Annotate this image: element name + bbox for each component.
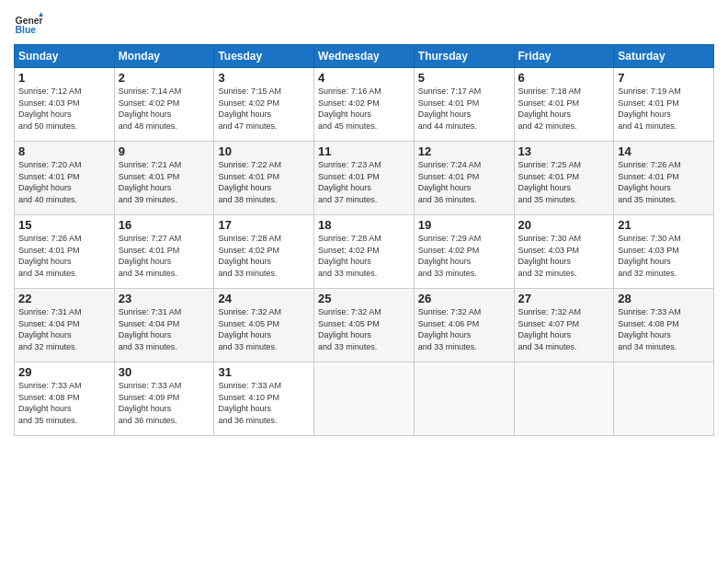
day-number: 6 (518, 71, 610, 85)
day-info: Sunrise: 7:25 AMSunset: 4:01 PMDaylight … (518, 160, 582, 204)
calendar-day-27: 27Sunrise: 7:32 AMSunset: 4:07 PMDayligh… (514, 289, 614, 362)
day-info: Sunrise: 7:30 AMSunset: 4:03 PMDaylight … (618, 234, 681, 278)
calendar-week-row: 22Sunrise: 7:31 AMSunset: 4:04 PMDayligh… (15, 289, 714, 362)
day-info: Sunrise: 7:31 AMSunset: 4:04 PMDaylight … (18, 307, 82, 351)
calendar-day-10: 10Sunrise: 7:22 AMSunset: 4:01 PMDayligh… (214, 142, 314, 215)
calendar-empty-cell (314, 362, 415, 436)
day-info: Sunrise: 7:14 AMSunset: 4:02 PMDaylight … (119, 86, 182, 131)
day-number: 4 (318, 71, 410, 85)
weekday-row: SundayMondayTuesdayWednesdayThursdayFrid… (15, 45, 714, 68)
day-info: Sunrise: 7:32 AMSunset: 4:05 PMDaylight … (318, 307, 381, 351)
day-number: 12 (418, 144, 510, 158)
calendar-day-15: 15Sunrise: 7:26 AMSunset: 4:01 PMDayligh… (15, 215, 115, 289)
svg-text:General: General (16, 16, 43, 26)
calendar-day-24: 24Sunrise: 7:32 AMSunset: 4:05 PMDayligh… (214, 289, 314, 362)
day-number: 29 (18, 365, 110, 379)
day-number: 11 (318, 144, 410, 158)
calendar-day-31: 31Sunrise: 7:33 AMSunset: 4:10 PMDayligh… (214, 362, 314, 436)
calendar-day-7: 7Sunrise: 7:19 AMSunset: 4:01 PMDaylight… (614, 68, 714, 142)
day-info: Sunrise: 7:31 AMSunset: 4:04 PMDaylight … (119, 307, 182, 351)
day-number: 27 (518, 292, 610, 305)
calendar-day-6: 6Sunrise: 7:18 AMSunset: 4:01 PMDaylight… (514, 68, 614, 142)
day-number: 26 (418, 292, 510, 305)
day-info: Sunrise: 7:18 AMSunset: 4:01 PMDaylight … (518, 86, 582, 131)
day-number: 10 (218, 144, 310, 158)
day-info: Sunrise: 7:26 AMSunset: 4:01 PMDaylight … (18, 234, 82, 278)
day-number: 13 (518, 144, 610, 158)
day-number: 25 (318, 292, 410, 305)
calendar-empty-cell (514, 362, 614, 436)
calendar-day-25: 25Sunrise: 7:32 AMSunset: 4:05 PMDayligh… (314, 289, 415, 362)
day-info: Sunrise: 7:28 AMSunset: 4:02 PMDaylight … (318, 234, 381, 278)
day-number: 17 (218, 218, 310, 232)
day-number: 1 (18, 71, 110, 85)
calendar-day-13: 13Sunrise: 7:25 AMSunset: 4:01 PMDayligh… (514, 142, 614, 215)
calendar-day-1: 1Sunrise: 7:12 AMSunset: 4:03 PMDaylight… (15, 68, 115, 142)
day-number: 18 (318, 218, 410, 232)
calendar-empty-cell (414, 362, 514, 436)
day-info: Sunrise: 7:24 AMSunset: 4:01 PMDaylight … (418, 160, 482, 204)
day-info: Sunrise: 7:17 AMSunset: 4:01 PMDaylight … (418, 86, 482, 131)
calendar-day-30: 30Sunrise: 7:33 AMSunset: 4:09 PMDayligh… (114, 362, 214, 436)
day-number: 24 (218, 292, 310, 305)
logo-icon: General Blue (14, 9, 43, 39)
day-number: 19 (418, 218, 510, 232)
calendar-week-row: 8Sunrise: 7:20 AMSunset: 4:01 PMDaylight… (15, 142, 714, 215)
day-number: 5 (418, 71, 510, 85)
weekday-header-saturday: Saturday (614, 45, 714, 68)
calendar-day-26: 26Sunrise: 7:32 AMSunset: 4:06 PMDayligh… (414, 289, 514, 362)
day-info: Sunrise: 7:32 AMSunset: 4:05 PMDaylight … (218, 307, 281, 351)
day-number: 16 (119, 218, 210, 232)
calendar-day-19: 19Sunrise: 7:29 AMSunset: 4:02 PMDayligh… (414, 215, 514, 289)
day-info: Sunrise: 7:32 AMSunset: 4:06 PMDaylight … (418, 307, 482, 351)
calendar-day-5: 5Sunrise: 7:17 AMSunset: 4:01 PMDaylight… (414, 68, 514, 142)
calendar-day-22: 22Sunrise: 7:31 AMSunset: 4:04 PMDayligh… (15, 289, 115, 362)
calendar-day-11: 11Sunrise: 7:23 AMSunset: 4:01 PMDayligh… (314, 142, 415, 215)
calendar-day-29: 29Sunrise: 7:33 AMSunset: 4:08 PMDayligh… (15, 362, 115, 436)
day-info: Sunrise: 7:27 AMSunset: 4:01 PMDaylight … (119, 234, 182, 278)
day-number: 20 (518, 218, 610, 232)
day-info: Sunrise: 7:28 AMSunset: 4:02 PMDaylight … (218, 234, 281, 278)
calendar-page: General Blue SundayMondayTuesdayWednesda… (0, 0, 728, 563)
calendar-day-4: 4Sunrise: 7:16 AMSunset: 4:02 PMDaylight… (314, 68, 415, 142)
day-number: 9 (119, 144, 210, 158)
calendar-header: SundayMondayTuesdayWednesdayThursdayFrid… (15, 45, 714, 68)
calendar-day-28: 28Sunrise: 7:33 AMSunset: 4:08 PMDayligh… (614, 289, 714, 362)
day-number: 21 (618, 218, 710, 232)
calendar-day-3: 3Sunrise: 7:15 AMSunset: 4:02 PMDaylight… (214, 68, 314, 142)
calendar-day-18: 18Sunrise: 7:28 AMSunset: 4:02 PMDayligh… (314, 215, 415, 289)
calendar-body: 1Sunrise: 7:12 AMSunset: 4:03 PMDaylight… (15, 68, 714, 436)
day-info: Sunrise: 7:20 AMSunset: 4:01 PMDaylight … (18, 160, 82, 204)
day-info: Sunrise: 7:30 AMSunset: 4:03 PMDaylight … (518, 234, 582, 278)
day-info: Sunrise: 7:33 AMSunset: 4:08 PMDaylight … (18, 381, 82, 425)
calendar-table: SundayMondayTuesdayWednesdayThursdayFrid… (14, 44, 714, 436)
calendar-day-12: 12Sunrise: 7:24 AMSunset: 4:01 PMDayligh… (414, 142, 514, 215)
calendar-day-17: 17Sunrise: 7:28 AMSunset: 4:02 PMDayligh… (214, 215, 314, 289)
weekday-header-monday: Monday (114, 45, 214, 68)
day-number: 14 (618, 144, 710, 158)
calendar-day-21: 21Sunrise: 7:30 AMSunset: 4:03 PMDayligh… (614, 215, 714, 289)
day-number: 30 (119, 365, 210, 379)
calendar-week-row: 29Sunrise: 7:33 AMSunset: 4:08 PMDayligh… (15, 362, 714, 436)
calendar-day-23: 23Sunrise: 7:31 AMSunset: 4:04 PMDayligh… (114, 289, 214, 362)
calendar-week-row: 15Sunrise: 7:26 AMSunset: 4:01 PMDayligh… (15, 215, 714, 289)
day-info: Sunrise: 7:22 AMSunset: 4:01 PMDaylight … (218, 160, 281, 204)
weekday-header-friday: Friday (514, 45, 614, 68)
day-number: 3 (218, 71, 310, 85)
day-number: 8 (18, 144, 110, 158)
day-info: Sunrise: 7:26 AMSunset: 4:01 PMDaylight … (618, 160, 681, 204)
day-info: Sunrise: 7:33 AMSunset: 4:10 PMDaylight … (218, 381, 281, 425)
day-number: 28 (618, 292, 710, 305)
header: General Blue (14, 9, 714, 39)
calendar-week-row: 1Sunrise: 7:12 AMSunset: 4:03 PMDaylight… (15, 68, 714, 142)
calendar-day-2: 2Sunrise: 7:14 AMSunset: 4:02 PMDaylight… (114, 68, 214, 142)
day-number: 23 (119, 292, 210, 305)
calendar-day-9: 9Sunrise: 7:21 AMSunset: 4:01 PMDaylight… (114, 142, 214, 215)
day-info: Sunrise: 7:33 AMSunset: 4:08 PMDaylight … (618, 307, 681, 351)
weekday-header-sunday: Sunday (15, 45, 115, 68)
day-info: Sunrise: 7:32 AMSunset: 4:07 PMDaylight … (518, 307, 582, 351)
calendar-empty-cell (614, 362, 714, 436)
svg-text:Blue: Blue (16, 25, 37, 35)
day-info: Sunrise: 7:12 AMSunset: 4:03 PMDaylight … (18, 86, 82, 131)
day-info: Sunrise: 7:15 AMSunset: 4:02 PMDaylight … (218, 86, 281, 131)
